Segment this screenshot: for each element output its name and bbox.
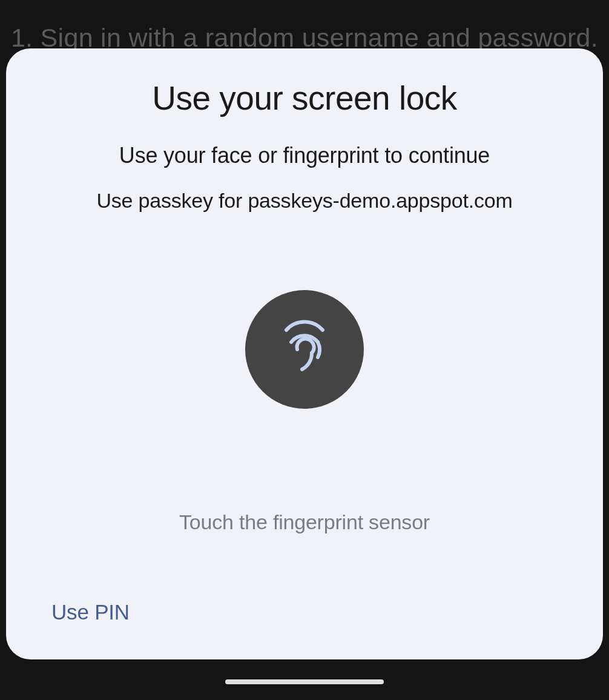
use-pin-button[interactable]: Use PIN (51, 600, 130, 624)
biometric-dialog: Use your screen lock Use your face or fi… (6, 48, 603, 659)
dialog-title: Use your screen lock (152, 79, 457, 117)
navigation-handle[interactable] (225, 679, 384, 684)
dialog-subtitle: Use your face or fingerprint to continue (119, 143, 490, 168)
fingerprint-instruction-text: Touch the fingerprint sensor (179, 510, 430, 534)
fingerprint-sensor-button[interactable] (245, 290, 364, 409)
passkey-domain-text: Use passkey for passkeys-demo.appspot.co… (96, 189, 512, 213)
fingerprint-icon (274, 312, 335, 387)
